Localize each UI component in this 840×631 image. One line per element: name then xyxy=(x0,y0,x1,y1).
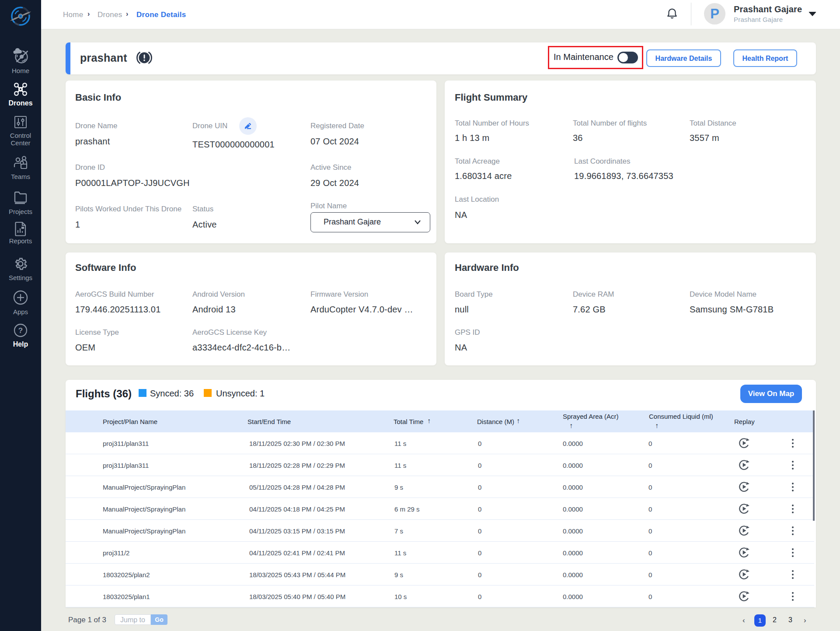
svg-text:?: ? xyxy=(18,326,23,335)
